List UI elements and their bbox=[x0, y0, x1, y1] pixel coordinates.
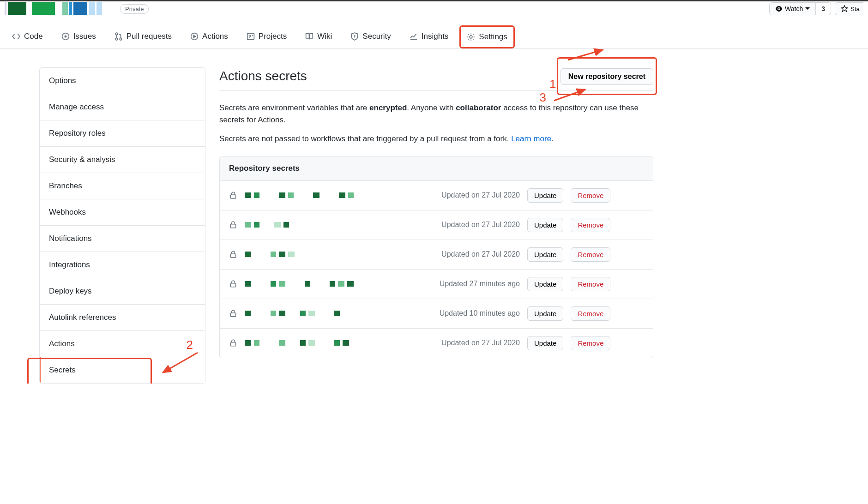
star-button[interactable]: Sta bbox=[835, 2, 863, 15]
update-button[interactable]: Update bbox=[527, 188, 563, 203]
watch-count[interactable]: 3 bbox=[816, 2, 831, 15]
secret-row: Updated on 27 Jul 2020 Update Remove bbox=[220, 329, 653, 358]
sidebar-item-branches[interactable]: Branches bbox=[40, 173, 205, 199]
sidebar-item-label: Integrations bbox=[49, 260, 90, 269]
eye-icon bbox=[775, 5, 783, 12]
remove-button[interactable]: Remove bbox=[571, 218, 610, 232]
svg-rect-16 bbox=[230, 283, 235, 287]
sidebar-item-label: Webhooks bbox=[49, 208, 86, 216]
tab-settings[interactable]: Settings bbox=[459, 25, 514, 48]
sidebar-item-options[interactable]: Options bbox=[40, 68, 205, 94]
issue-icon bbox=[61, 32, 70, 41]
sidebar-item-label: Actions bbox=[49, 339, 75, 348]
secret-row: Updated on 27 Jul 2020 Update Remove bbox=[220, 181, 653, 210]
pr-icon bbox=[115, 32, 123, 41]
repo-header: Private Watch 3 Sta bbox=[0, 0, 868, 16]
tab-code[interactable]: Code bbox=[5, 25, 50, 48]
tab-security[interactable]: Security bbox=[343, 25, 398, 48]
sidebar-item-label: Branches bbox=[49, 181, 82, 190]
tab-label: Actions bbox=[202, 32, 228, 41]
sidebar-item-webhooks[interactable]: Webhooks bbox=[40, 199, 205, 226]
page-title-row: Actions secrets New repository secret bbox=[219, 67, 653, 91]
remove-button[interactable]: Remove bbox=[571, 277, 610, 291]
secret-name-redacted bbox=[245, 311, 402, 316]
sidebar-item-label: Deploy keys bbox=[49, 287, 92, 295]
lock-icon bbox=[229, 309, 237, 318]
svg-point-5 bbox=[120, 38, 122, 40]
secrets-description-1: Secrets are environment variables that a… bbox=[219, 102, 653, 126]
graph-icon bbox=[410, 32, 418, 41]
tab-label: Wiki bbox=[317, 32, 332, 41]
secret-row: Updated on 27 Jul 2020 Update Remove bbox=[220, 210, 653, 240]
remove-button[interactable]: Remove bbox=[571, 188, 610, 203]
secret-updated: Updated on 27 Jul 2020 bbox=[409, 221, 520, 229]
tab-label: Security bbox=[362, 32, 391, 41]
secret-name-redacted bbox=[245, 340, 402, 346]
update-button[interactable]: Update bbox=[527, 277, 563, 291]
learn-more-link[interactable]: Learn more bbox=[511, 134, 551, 143]
tab-label: Pull requests bbox=[127, 32, 172, 41]
lock-icon bbox=[229, 250, 237, 258]
sidebar-item-manage-access[interactable]: Manage access bbox=[40, 94, 205, 120]
book-icon bbox=[305, 32, 313, 41]
update-button[interactable]: Update bbox=[527, 306, 563, 321]
secret-name-redacted bbox=[245, 192, 402, 198]
svg-point-3 bbox=[115, 33, 118, 35]
play-icon bbox=[190, 32, 199, 41]
sidebar-item-label: Repository roles bbox=[49, 129, 106, 138]
tab-pull-requests[interactable]: Pull requests bbox=[107, 25, 179, 48]
tab-actions[interactable]: Actions bbox=[183, 25, 235, 48]
lock-icon bbox=[229, 221, 237, 229]
update-button[interactable]: Update bbox=[527, 247, 563, 262]
settings-sidebar: Options Manage access Repository roles S… bbox=[39, 67, 205, 384]
sidebar-item-label: Autolink references bbox=[49, 313, 116, 322]
remove-button[interactable]: Remove bbox=[571, 247, 610, 262]
sidebar-item-security-analysis[interactable]: Security & analysis bbox=[40, 147, 205, 173]
star-icon bbox=[841, 5, 848, 12]
sidebar-item-actions[interactable]: Actions bbox=[40, 331, 205, 357]
svg-point-8 bbox=[354, 36, 355, 36]
secret-name-redacted bbox=[245, 252, 402, 257]
svg-rect-13 bbox=[230, 195, 235, 198]
page-title: Actions secrets bbox=[219, 69, 307, 84]
tab-issues[interactable]: Issues bbox=[54, 25, 103, 48]
svg-rect-14 bbox=[230, 224, 235, 228]
tab-label: Projects bbox=[259, 32, 287, 41]
remove-button[interactable]: Remove bbox=[571, 306, 610, 321]
sidebar-item-secrets[interactable]: Secrets bbox=[40, 357, 205, 383]
lock-icon bbox=[229, 339, 237, 347]
sidebar-item-deploy-keys[interactable]: Deploy keys bbox=[40, 278, 205, 305]
watch-label: Watch bbox=[785, 5, 803, 12]
svg-point-4 bbox=[115, 38, 118, 40]
secret-row: Updated 27 minutes ago Update Remove bbox=[220, 270, 653, 299]
tab-projects[interactable]: Projects bbox=[239, 25, 294, 48]
secret-name-redacted bbox=[245, 222, 402, 228]
watch-button-group: Watch 3 bbox=[769, 2, 831, 15]
sidebar-item-label: Security & analysis bbox=[49, 155, 115, 164]
update-button[interactable]: Update bbox=[527, 336, 563, 350]
sidebar-item-repository-roles[interactable]: Repository roles bbox=[40, 120, 205, 147]
svg-point-9 bbox=[470, 36, 473, 38]
secret-updated: Updated on 27 Jul 2020 bbox=[409, 339, 520, 347]
shield-icon bbox=[350, 32, 359, 41]
sidebar-item-notifications[interactable]: Notifications bbox=[40, 226, 205, 252]
main-content: Actions secrets New repository secret 3 … bbox=[219, 67, 653, 358]
tab-wiki[interactable]: Wiki bbox=[298, 25, 339, 48]
svg-rect-15 bbox=[230, 254, 235, 258]
update-button[interactable]: Update bbox=[527, 218, 563, 232]
secret-updated: Updated on 27 Jul 2020 bbox=[409, 191, 520, 199]
lock-icon bbox=[229, 280, 237, 288]
tab-label: Insights bbox=[422, 32, 449, 41]
sidebar-item-autolink-references[interactable]: Autolink references bbox=[40, 305, 205, 331]
tab-label: Settings bbox=[479, 32, 507, 42]
repository-secrets-header: Repository secrets bbox=[220, 156, 653, 181]
tab-label: Code bbox=[24, 32, 43, 41]
new-repository-secret-button[interactable]: New repository secret bbox=[561, 68, 653, 85]
secret-updated: Updated 10 minutes ago bbox=[409, 309, 520, 318]
watch-button[interactable]: Watch bbox=[769, 2, 816, 15]
code-icon bbox=[12, 32, 20, 41]
remove-button[interactable]: Remove bbox=[571, 336, 610, 350]
tab-insights[interactable]: Insights bbox=[402, 25, 456, 48]
repository-secrets-box: Repository secrets Updated on 27 Jul 202… bbox=[219, 156, 653, 358]
sidebar-item-integrations[interactable]: Integrations bbox=[40, 252, 205, 278]
